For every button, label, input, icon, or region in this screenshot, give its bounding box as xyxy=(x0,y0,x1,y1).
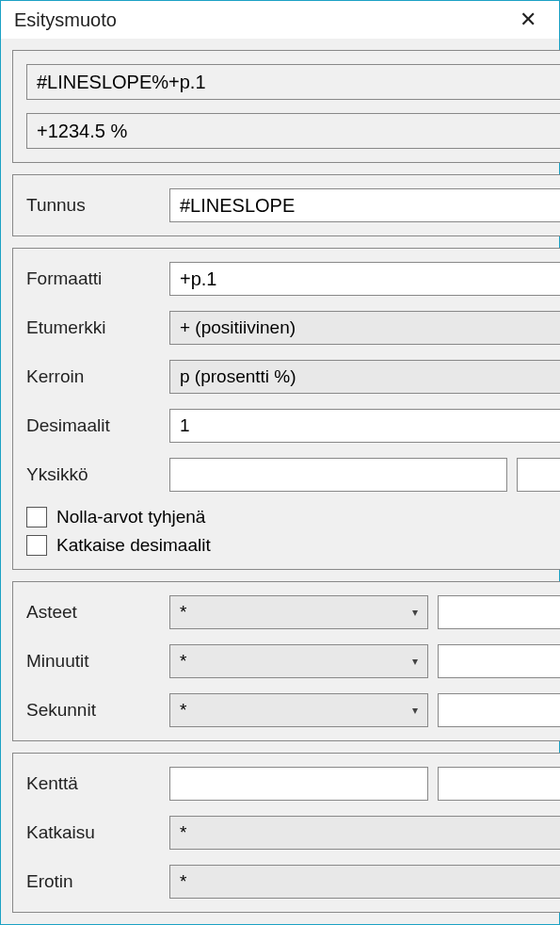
minuutit-sym-combo[interactable]: * ▾ xyxy=(169,644,428,678)
yksikko-label: Yksikkö xyxy=(26,464,158,485)
close-icon[interactable]: ✕ xyxy=(510,4,546,36)
tunnus-label: Tunnus xyxy=(26,195,158,216)
yksikko-input-2[interactable] xyxy=(517,458,560,492)
left-column: #LINESLOPE%+p.1 +1234.5 % ... Tunnus For… xyxy=(12,50,560,913)
angles-group: Asteet * ▾ ▾ Minuutit xyxy=(12,581,560,741)
sekunnit-combo-2[interactable]: ▾ xyxy=(438,693,560,727)
desimaalit-label: Desimaalit xyxy=(26,415,158,436)
kerroin-combo[interactable]: p (prosentti %) ▾ xyxy=(169,360,560,394)
asteet-label: Asteet xyxy=(26,602,158,623)
chevron-down-icon: ▾ xyxy=(412,655,418,668)
sekunnit-sym-value: * xyxy=(180,700,186,721)
kerroin-label: Kerroin xyxy=(26,366,158,387)
nolla-checkbox[interactable] xyxy=(26,507,47,527)
yksikko-input-1[interactable] xyxy=(169,458,507,492)
window-title: Esitysmuoto xyxy=(14,9,117,31)
erotin-value: * xyxy=(180,871,186,892)
etumerkki-combo[interactable]: + (positiivinen) ▾ xyxy=(169,311,560,345)
katkaisu-value: * xyxy=(180,822,186,843)
formaatti-input[interactable] xyxy=(169,262,560,296)
sekunnit-label: Sekunnit xyxy=(26,700,158,721)
nolla-label: Nolla-arvot tyhjenä xyxy=(56,507,205,527)
erotin-label: Erotin xyxy=(26,871,158,892)
titlebar: Esitysmuoto ✕ xyxy=(1,1,559,39)
kentta-input-2[interactable] xyxy=(438,767,560,801)
asteet-sym-combo[interactable]: * ▾ xyxy=(169,595,428,629)
katkaisu-combo[interactable]: * ▾ xyxy=(169,816,560,850)
tunnus-group: Tunnus xyxy=(12,174,560,236)
erotin-combo[interactable]: * ▾ xyxy=(169,865,560,899)
kerroin-value: p (prosentti %) xyxy=(180,366,296,387)
format-group: Formaatti Etumerkki + (positiivinen) ▾ K… xyxy=(12,248,560,570)
preview-group: #LINESLOPE%+p.1 +1234.5 % ... xyxy=(12,50,560,163)
desimaalit-combo[interactable]: 1 ▾ xyxy=(169,409,560,443)
katkaisu-label: Katkaisu xyxy=(26,822,158,843)
katkaise-label: Katkaise desimaalit xyxy=(56,535,211,556)
expression-display: #LINESLOPE%+p.1 xyxy=(26,64,560,100)
sekunnit-sym-combo[interactable]: * ▾ xyxy=(169,693,428,727)
formaatti-label: Formaatti xyxy=(26,268,158,289)
asteet-sym-value: * xyxy=(180,602,186,623)
kentta-input-1[interactable] xyxy=(169,767,428,801)
desimaalit-value: 1 xyxy=(180,415,190,436)
dialog-window: Esitysmuoto ✕ #LINESLOPE%+p.1 +1234.5 % … xyxy=(0,0,560,925)
katkaise-checkbox[interactable] xyxy=(26,535,47,556)
tunnus-input[interactable] xyxy=(169,188,560,222)
dialog-content: #LINESLOPE%+p.1 +1234.5 % ... Tunnus For… xyxy=(1,39,559,924)
field-group: Kenttä Katkaisu * ▾ Erotin xyxy=(12,753,560,913)
chevron-down-icon: ▾ xyxy=(412,704,418,717)
etumerkki-label: Etumerkki xyxy=(26,317,158,338)
result-display: +1234.5 % xyxy=(26,113,560,149)
minuutit-combo-2[interactable]: ▾ xyxy=(438,644,560,678)
etumerkki-value: + (positiivinen) xyxy=(180,317,296,338)
minuutit-label: Minuutit xyxy=(26,651,158,672)
minuutit-sym-value: * xyxy=(180,651,186,672)
chevron-down-icon: ▾ xyxy=(412,606,418,619)
asteet-combo-2[interactable]: ▾ xyxy=(438,595,560,629)
kentta-label: Kenttä xyxy=(26,773,158,794)
